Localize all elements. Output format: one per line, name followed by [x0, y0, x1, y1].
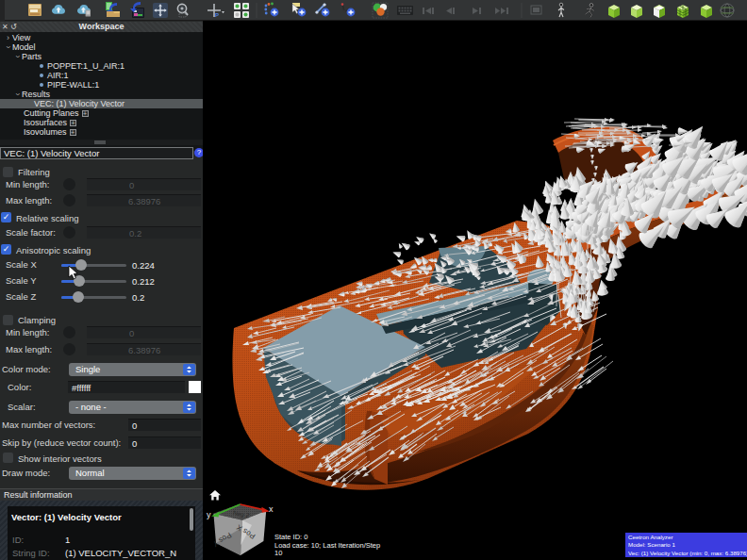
svg-text:P: P	[215, 12, 219, 18]
